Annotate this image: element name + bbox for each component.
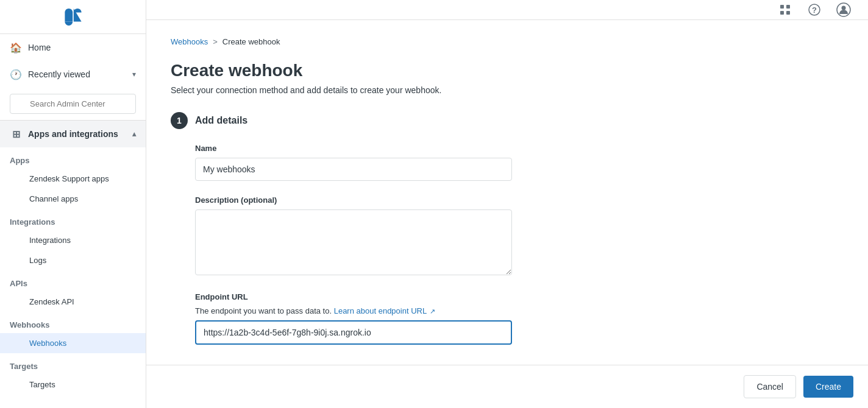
chevron-down-icon: ▾ bbox=[132, 70, 136, 79]
clock-icon: 🕐 bbox=[10, 68, 22, 80]
logo-area bbox=[0, 0, 146, 34]
apps-icon: ⊞ bbox=[10, 128, 22, 140]
endpoint-url-link-text: Learn about endpoint URL bbox=[334, 306, 427, 315]
svg-rect-3 bbox=[786, 11, 790, 15]
zendesk-logo-icon bbox=[61, 8, 85, 26]
chevron-up-icon: ▴ bbox=[132, 130, 136, 138]
sidebar-home[interactable]: 🏠 Home bbox=[0, 34, 146, 61]
endpoint-url-desc-text: The endpoint you want to pass data to. bbox=[195, 306, 332, 315]
breadcrumb-current: Create webhook bbox=[222, 37, 280, 46]
search-container: 🔍 bbox=[0, 88, 146, 121]
webhooks-section-label: Webhooks bbox=[0, 312, 146, 333]
name-field: Name bbox=[195, 144, 844, 181]
apis-section-label: APIs bbox=[0, 270, 146, 292]
description-label: Description (optional) bbox=[195, 195, 844, 205]
breadcrumb: Webhooks > Create webhook bbox=[171, 37, 844, 46]
footer-bar: Cancel Create bbox=[146, 365, 868, 408]
apps-section: Apps Zendesk Support apps Channel apps bbox=[0, 147, 146, 209]
help-icon[interactable]: ? bbox=[805, 0, 824, 19]
svg-rect-1 bbox=[786, 5, 790, 9]
svg-rect-0 bbox=[780, 5, 784, 9]
svg-point-7 bbox=[842, 6, 846, 10]
sidebar-item-integrations[interactable]: Integrations bbox=[0, 230, 146, 250]
form-section: Name Description (optional) Endpoint URL… bbox=[171, 144, 844, 345]
sidebar-recently-viewed[interactable]: 🕐 Recently viewed ▾ bbox=[0, 61, 146, 88]
sidebar-item-webhooks[interactable]: Webhooks bbox=[0, 333, 146, 353]
sidebar-item-targets[interactable]: Targets bbox=[0, 375, 146, 395]
home-icon: 🏠 bbox=[10, 41, 22, 54]
sidebar-item-zendesk-support-apps[interactable]: Zendesk Support apps bbox=[0, 169, 146, 189]
sidebar-item-zendesk-api[interactable]: Zendesk API bbox=[0, 292, 146, 312]
apps-integrations-label: Apps and integrations bbox=[28, 129, 118, 139]
description-input[interactable] bbox=[195, 209, 512, 275]
user-icon[interactable] bbox=[834, 0, 853, 19]
targets-section-label: Targets bbox=[0, 353, 146, 375]
apps-integrations-header[interactable]: ⊞ Apps and integrations ▴ bbox=[0, 121, 146, 147]
endpoint-url-link[interactable]: Learn about endpoint URL ↗ bbox=[334, 306, 436, 315]
description-field: Description (optional) bbox=[195, 195, 844, 278]
step-title: Add details bbox=[195, 115, 247, 126]
sidebar-item-channel-apps[interactable]: Channel apps bbox=[0, 189, 146, 209]
page-title: Create webhook bbox=[171, 61, 844, 80]
apps-section-label: Apps bbox=[0, 147, 146, 169]
webhooks-section: Webhooks Webhooks bbox=[0, 312, 146, 353]
integrations-section-label: Integrations bbox=[0, 209, 146, 230]
apis-section: APIs Zendesk API bbox=[0, 270, 146, 312]
recently-viewed-label: Recently viewed bbox=[28, 69, 90, 79]
svg-text:?: ? bbox=[812, 5, 817, 15]
integrations-section: Integrations Integrations Logs bbox=[0, 209, 146, 270]
name-input[interactable] bbox=[195, 158, 512, 181]
page-subtitle: Select your connection method and add de… bbox=[171, 85, 844, 95]
targets-section: Targets Targets bbox=[0, 353, 146, 395]
step-number: 1 bbox=[171, 112, 188, 129]
svg-rect-2 bbox=[780, 11, 784, 15]
sidebar-home-label: Home bbox=[28, 43, 51, 52]
top-bar: ? bbox=[146, 0, 868, 20]
sidebar: 🏠 Home 🕐 Recently viewed ▾ 🔍 ⊞ Apps and … bbox=[0, 0, 146, 408]
external-link-icon: ↗ bbox=[430, 308, 435, 315]
search-input[interactable] bbox=[10, 94, 136, 114]
sidebar-item-logs[interactable]: Logs bbox=[0, 250, 146, 270]
endpoint-url-field: Endpoint URL The endpoint you want to pa… bbox=[195, 292, 844, 345]
endpoint-url-input[interactable] bbox=[195, 320, 512, 345]
main-content: ? Webhooks > Create webhook Create webho… bbox=[146, 0, 868, 408]
name-label: Name bbox=[195, 144, 844, 153]
create-button[interactable]: Create bbox=[803, 376, 853, 398]
breadcrumb-separator: > bbox=[213, 37, 218, 46]
cancel-button[interactable]: Cancel bbox=[744, 375, 796, 398]
content-area: Webhooks > Create webhook Create webhook… bbox=[146, 20, 868, 376]
breadcrumb-parent[interactable]: Webhooks bbox=[171, 37, 208, 46]
grid-icon[interactable] bbox=[775, 0, 795, 19]
endpoint-url-label: Endpoint URL bbox=[195, 292, 844, 301]
step-header: 1 Add details bbox=[171, 112, 844, 129]
endpoint-url-desc: The endpoint you want to pass data to. L… bbox=[195, 306, 844, 315]
